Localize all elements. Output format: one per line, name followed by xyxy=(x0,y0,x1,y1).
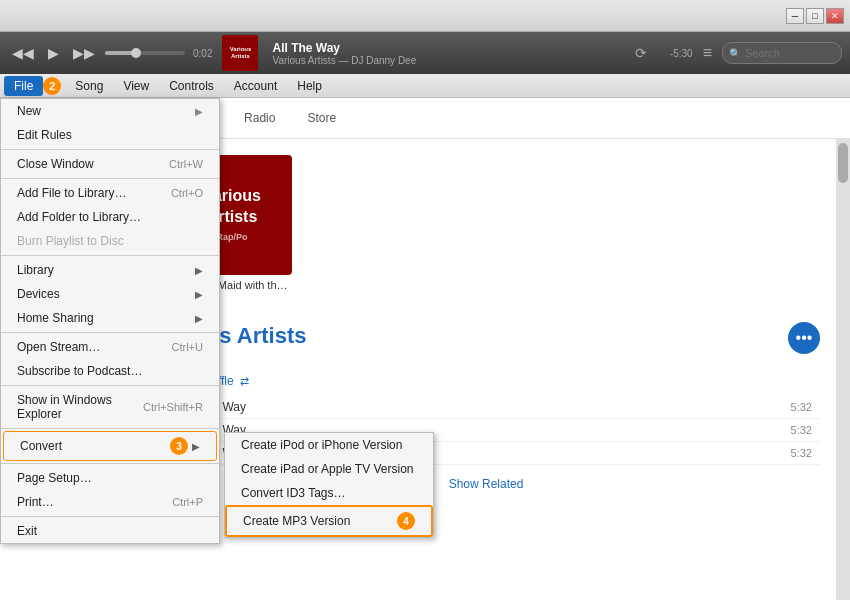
album-thumb-text: Various Artists xyxy=(230,46,252,60)
album-thumbnail: Various Artists xyxy=(222,35,258,71)
title-bar: ─ □ ✕ xyxy=(0,0,850,32)
close-button[interactable]: ✕ xyxy=(826,8,844,24)
menu-open-stream[interactable]: Open Stream… Ctrl+U xyxy=(1,335,219,359)
song-duration-1: 5:32 xyxy=(791,401,820,413)
menu-item-view[interactable]: View xyxy=(113,76,159,96)
menu-page-setup[interactable]: Page Setup… xyxy=(1,466,219,490)
progress-dot xyxy=(131,48,141,58)
mp3-badge: 4 xyxy=(397,512,415,530)
separator-8 xyxy=(1,516,219,517)
track-subtitle: Various Artists — DJ Danny Dee xyxy=(272,55,620,66)
separator-5 xyxy=(1,385,219,386)
track-info: All The Way Various Artists — DJ Danny D… xyxy=(272,41,620,66)
menu-home-sharing[interactable]: Home Sharing ▶ xyxy=(1,306,219,330)
song-row-1[interactable]: ◀ All The Way 5:32 xyxy=(152,396,820,419)
menu-new[interactable]: New ▶ xyxy=(1,99,219,123)
tab-radio[interactable]: Radio xyxy=(230,106,289,130)
library-arrow-icon: ▶ xyxy=(195,265,203,276)
menu-item-account[interactable]: Account xyxy=(224,76,287,96)
search-input[interactable] xyxy=(745,47,835,59)
convert-badge: 3 xyxy=(170,437,188,455)
submenu-id3[interactable]: Convert ID3 Tags… xyxy=(225,481,433,505)
list-icon[interactable]: ≡ xyxy=(699,40,716,66)
menu-burn-playlist: Burn Playlist to Disc xyxy=(1,229,219,253)
menu-bar: File 2 Song View Controls Account Help N… xyxy=(0,74,850,98)
convert-submenu: Create iPod or iPhone Version Create iPa… xyxy=(224,432,434,538)
menu-library[interactable]: Library ▶ xyxy=(1,258,219,282)
tab-store[interactable]: Store xyxy=(293,106,350,130)
menu-show-explorer[interactable]: Show in Windows Explorer Ctrl+Shift+R xyxy=(1,388,219,426)
shuffle-icon[interactable]: ⇄ xyxy=(240,375,249,388)
menu-add-file[interactable]: Add File to Library… Ctrl+O xyxy=(1,181,219,205)
play-button[interactable]: ▶ xyxy=(44,43,63,63)
scrollbar-thumb[interactable] xyxy=(838,143,848,183)
convert-arrow-icon: ▶ xyxy=(192,441,200,452)
submenu-ipad[interactable]: Create iPad or Apple TV Version xyxy=(225,457,433,481)
file-badge: 2 xyxy=(43,77,61,95)
time-elapsed: 0:02 xyxy=(193,48,212,59)
separator-2 xyxy=(1,178,219,179)
next-button[interactable]: ▶▶ xyxy=(69,43,99,63)
progress-bar[interactable] xyxy=(105,51,185,55)
track-title: All The Way xyxy=(272,41,620,55)
separator-4 xyxy=(1,332,219,333)
close-shortcut: Ctrl+W xyxy=(169,158,203,170)
transport-bar: ◀◀ ▶ ▶▶ 0:02 Various Artists All The Way… xyxy=(0,32,850,74)
menu-close-window[interactable]: Close Window Ctrl+W xyxy=(1,152,219,176)
home-sharing-arrow-icon: ▶ xyxy=(195,313,203,324)
more-button[interactable]: ••• xyxy=(788,322,820,354)
menu-devices[interactable]: Devices ▶ xyxy=(1,282,219,306)
minimize-button[interactable]: ─ xyxy=(786,8,804,24)
menu-subscribe-podcast[interactable]: Subscribe to Podcast… xyxy=(1,359,219,383)
submenu-iphone[interactable]: Create iPod or iPhone Version xyxy=(225,433,433,457)
scrollbar-track[interactable] xyxy=(836,139,850,600)
artist-meta: R&B • 2005 xyxy=(152,354,820,366)
new-arrow-icon: ▶ xyxy=(195,106,203,117)
search-box[interactable]: 🔍 xyxy=(722,42,842,64)
file-dropdown: New ▶ Edit Rules Close Window Ctrl+W Add… xyxy=(0,98,220,544)
separator-1 xyxy=(1,149,219,150)
print-shortcut: Ctrl+P xyxy=(172,496,203,508)
separator-7 xyxy=(1,463,219,464)
repeat-icon[interactable]: ⟳ xyxy=(635,45,647,61)
song-duration-2: 5:32 xyxy=(791,424,820,436)
menu-item-file[interactable]: File xyxy=(4,76,43,96)
show-explorer-shortcut: Ctrl+Shift+R xyxy=(143,401,203,413)
separator-3 xyxy=(1,255,219,256)
song-name-1: All The Way xyxy=(182,400,791,414)
menu-exit[interactable]: Exit xyxy=(1,519,219,543)
menu-print[interactable]: Print… Ctrl+P xyxy=(1,490,219,514)
song-duration-3: 5:32 xyxy=(791,447,820,459)
devices-arrow-icon: ▶ xyxy=(195,289,203,300)
window-controls: ─ □ ✕ xyxy=(786,8,844,24)
submenu-mp3[interactable]: Create MP3 Version 4 xyxy=(225,505,433,537)
menu-add-folder[interactable]: Add Folder to Library… xyxy=(1,205,219,229)
progress-fill xyxy=(105,51,133,55)
shuffle-songs: 3 songs Shuffle ⇄ xyxy=(152,374,820,388)
search-icon: 🔍 xyxy=(729,48,741,59)
menu-item-help[interactable]: Help xyxy=(287,76,332,96)
menu-convert[interactable]: Convert 3 ▶ Create iPod or iPhone Versio… xyxy=(3,431,217,461)
separator-6 xyxy=(1,428,219,429)
time-remaining: -5:30 xyxy=(653,48,693,59)
maximize-button[interactable]: □ xyxy=(806,8,824,24)
menu-edit-rules[interactable]: Edit Rules xyxy=(1,123,219,147)
menu-item-controls[interactable]: Controls xyxy=(159,76,224,96)
prev-button[interactable]: ◀◀ xyxy=(8,43,38,63)
add-file-shortcut: Ctrl+O xyxy=(171,187,203,199)
menu-item-song[interactable]: Song xyxy=(65,76,113,96)
open-stream-shortcut: Ctrl+U xyxy=(172,341,203,353)
